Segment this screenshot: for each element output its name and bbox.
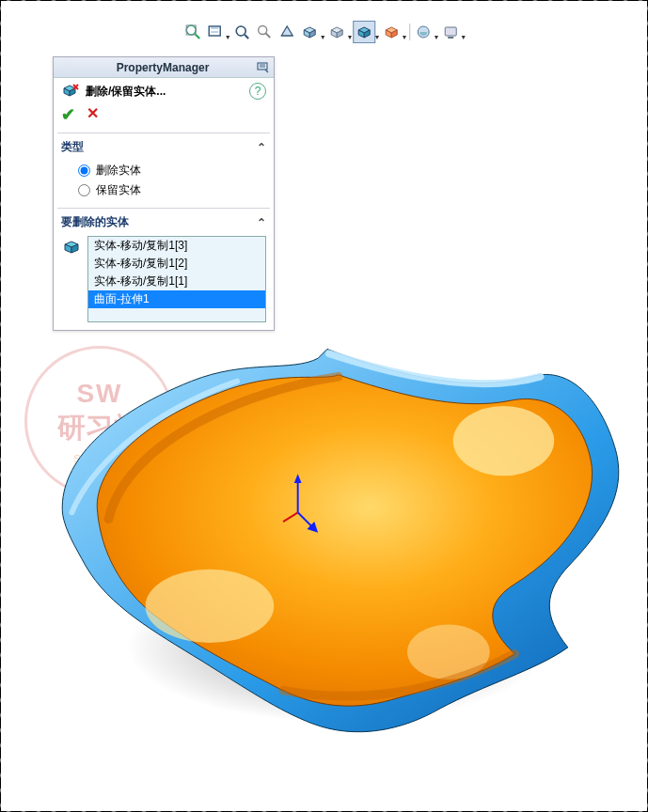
body-item[interactable]: 实体-移动/复制1[1] (88, 273, 265, 290)
display-style-icon[interactable] (326, 21, 349, 43)
pm-feature-header: 删除/保留实体... ? (54, 78, 274, 104)
graphics-area[interactable]: SW 研习社 SolidWorks (8, 8, 640, 804)
type-group: 类型 ⌃ 删除实体 保留实体 (54, 133, 274, 208)
view-settings-icon[interactable] (439, 21, 462, 43)
svg-point-12 (237, 26, 246, 36)
radio-delete-bodies[interactable]: 删除实体 (61, 161, 266, 180)
svg-rect-19 (448, 37, 453, 39)
svg-point-0 (453, 406, 554, 476)
bodies-group-label: 要删除的实体 (61, 214, 129, 230)
apply-scene-icon[interactable] (412, 21, 435, 43)
watermark: SW 研习社 SolidWorks (24, 346, 175, 496)
ok-button[interactable]: ✔ (61, 104, 75, 125)
dropdown-icon[interactable]: ▼ (433, 34, 439, 43)
dropdown-icon[interactable]: ▼ (374, 34, 381, 43)
property-manager-panel: ‹ PropertyManager 删除/保留实体... ? ✔ ✕ 类型 ⌃ (53, 56, 275, 331)
dropdown-icon[interactable]: ▼ (320, 34, 326, 43)
body-item[interactable]: 曲面-拉伸1 (88, 290, 265, 308)
zoom-fit-icon[interactable] (182, 21, 204, 43)
section-view-icon[interactable] (277, 21, 299, 43)
pm-title: PropertyManager (72, 61, 253, 74)
svg-line-13 (245, 35, 249, 39)
body-item[interactable]: 实体-移动/复制1[2] (88, 255, 265, 273)
bodies-listbox[interactable]: 实体-移动/复制1[3]实体-移动/复制1[2]实体-移动/复制1[1]曲面-拉… (87, 236, 266, 322)
radio-delete-label: 删除实体 (96, 163, 141, 179)
dropdown-icon[interactable]: ▼ (401, 34, 407, 43)
help-icon[interactable]: ? (249, 83, 266, 100)
svg-line-15 (266, 33, 271, 38)
bodies-group: 要删除的实体 ⌃ 实体-移动/复制1[3]实体-移动/复制1[2]实体-移动/复… (54, 209, 274, 330)
radio-delete-input[interactable] (78, 164, 90, 177)
edit-appearance-icon[interactable] (380, 21, 403, 43)
previous-view-icon[interactable] (254, 21, 277, 43)
delete-body-icon (61, 81, 80, 102)
view-toolbar: ▼ ▼ ▼ ▼ ▼ ▼ ▼ (182, 21, 467, 43)
collapse-icon[interactable]: ⌃ (257, 141, 266, 154)
pm-feature-name: 删除/保留实体... (86, 84, 166, 100)
body-list-icon (61, 236, 82, 322)
pin-icon[interactable] (253, 59, 272, 76)
radio-keep-bodies[interactable]: 保留实体 (61, 180, 266, 200)
hide-show-icon[interactable] (354, 21, 376, 43)
cancel-button[interactable]: ✕ (87, 104, 99, 125)
collapse-icon[interactable]: ⌃ (257, 216, 266, 229)
model-shadow (45, 515, 628, 778)
type-group-label: 类型 (61, 139, 84, 155)
svg-rect-18 (445, 27, 456, 36)
dropdown-icon[interactable]: ▼ (460, 34, 466, 43)
radio-keep-label: 保留实体 (96, 182, 141, 198)
svg-point-8 (186, 25, 196, 35)
pm-titlebar: ‹ PropertyManager (54, 57, 274, 78)
zoom-dynamic-icon[interactable] (231, 21, 254, 43)
dropdown-icon[interactable]: ▼ (347, 34, 354, 43)
radio-keep-input[interactable] (78, 184, 90, 196)
svg-marker-4 (294, 474, 302, 483)
body-item[interactable]: 实体-移动/复制1[3] (88, 237, 265, 255)
zoom-area-icon[interactable] (204, 21, 227, 43)
view-orientation-icon[interactable] (299, 21, 322, 43)
dropdown-icon[interactable]: ▼ (225, 34, 231, 43)
